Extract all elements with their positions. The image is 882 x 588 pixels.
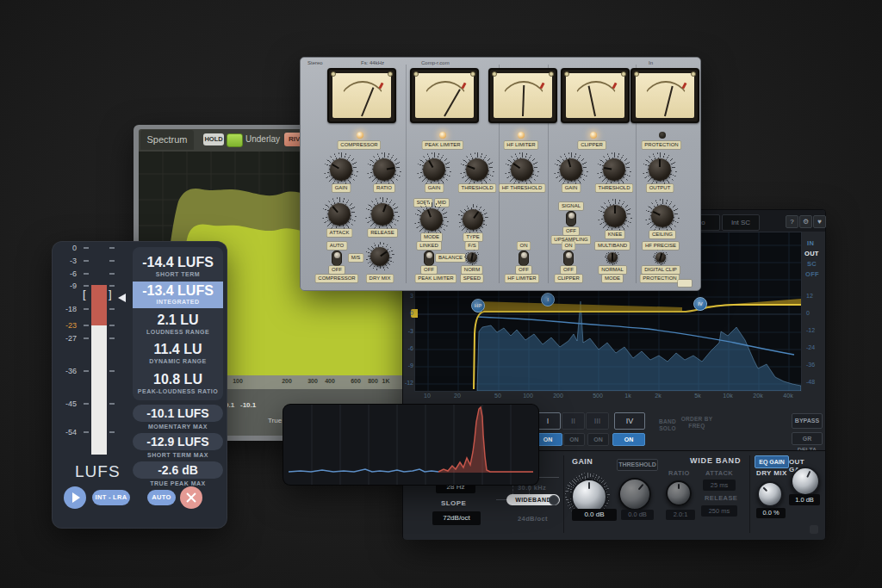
band-tab-4[interactable]: IV [614,412,645,430]
hf-limiter-switch[interactable] [519,251,529,266]
rack-header-item[interactable]: Stereo [307,60,323,65]
comp-release-knob[interactable] [365,197,400,232]
protection-knob[interactable] [653,250,668,265]
io-off[interactable]: OFF [805,270,819,278]
dry-mix-knob[interactable] [365,242,394,271]
db-tick-right: -12 [806,327,823,333]
auto-button[interactable]: AUTO [147,490,176,505]
hold-button[interactable]: HOLD [203,133,224,145]
scale-row: -27 [53,334,118,343]
threshold-value[interactable]: 0.0 dB [621,510,654,520]
eq-node-band4[interactable]: IV [693,297,707,311]
help-icon[interactable]: ? [786,215,798,228]
pl-mode-knob[interactable] [414,202,449,237]
upsampling-switch[interactable] [566,211,576,226]
io-out[interactable]: OUT [804,250,819,257]
tab-int-sc[interactable]: Int SC [722,214,760,231]
band3-on-button[interactable]: ON [587,433,609,446]
band4-on-button[interactable]: ON [612,433,645,446]
play-button[interactable] [64,486,86,509]
knob-label: RATIO [374,184,394,192]
threshold-button[interactable]: THRESHOLD [617,459,658,471]
module-footer: DRY MIX [367,275,394,282]
band2-on-button[interactable]: ON [563,433,585,446]
rack-header-item[interactable]: In [649,60,653,65]
io-in[interactable]: IN [807,239,814,247]
freq-tick: 500 [593,393,603,399]
gain-value[interactable]: 0.0 dB [572,509,617,521]
dry-mix-value[interactable]: 0.0 % [756,508,786,518]
threshold-knob[interactable] [618,478,651,511]
clip-threshold-knob[interactable] [597,152,631,187]
prot-output-knob[interactable] [643,152,677,187]
comp-gain-knob[interactable] [324,152,358,187]
momentary-max-label: MOMENTARY MAX [133,424,223,430]
comp-ratio-knob[interactable] [367,152,401,187]
module-title: COMPRESSOR [338,141,380,149]
clipper-switch[interactable] [563,251,574,266]
vu-meter-compressor [327,68,396,123]
lp-slope-value[interactable]: 24dB/oct [518,515,548,523]
pl-type-knob[interactable] [457,204,488,235]
ratio-value[interactable]: 2.0:1 [666,510,695,520]
ratio-knob[interactable] [666,480,692,506]
freq-tick: 1k [624,393,630,399]
hp-slope-label: SLOPE [441,499,466,507]
short-term-max-value: -12.9 LUFS [133,433,223,450]
bypass-button[interactable]: BYPASS [792,413,823,429]
order-by-freq-button[interactable]: ORDER BY FREQ [679,416,715,430]
integrated-marker-icon[interactable] [118,294,126,302]
knob-label: THRESHOLD [595,184,632,192]
out-gain-value[interactable]: 1.0 dB [789,494,820,505]
release-value[interactable]: 250 ms [701,505,737,517]
compressor-switch[interactable] [332,251,342,266]
crossover-add-button[interactable] [549,495,559,505]
speed-knob[interactable] [464,250,480,265]
attack-value[interactable]: 25 ms [703,480,736,491]
knob-label: TYPE [463,233,482,241]
comp-attack-knob[interactable] [322,197,357,232]
band-tab-3[interactable]: III [586,412,609,430]
short-term-label: SHORT TERM [133,271,223,277]
rack-header-item: Comp-r.com [421,60,450,65]
clipper-mode-knob[interactable] [605,250,620,265]
vu-meter-peak-limiter [410,68,479,123]
corner-badge[interactable] [678,280,692,287]
switch-label: ON [562,242,575,250]
heart-icon[interactable]: ♥ [813,215,826,228]
db-tick-right: -36 [806,362,823,368]
gr-delta-button[interactable]: GR DELTA [792,432,823,445]
gear-icon[interactable]: ⚙ [799,215,812,228]
out-gain-knob[interactable] [791,467,820,496]
eq-node-hp[interactable]: HP [471,299,485,313]
peak-limiter-lamp [439,132,446,139]
band-tab-2[interactable]: II [562,412,585,430]
hf-threshold-knob[interactable] [505,152,539,187]
peak-limiter-switch[interactable] [424,251,434,266]
integrated-highlight[interactable]: -13.4 LUFS INTEGRATED [133,282,223,308]
compressor-lamp [357,132,363,139]
tdr-logo [810,525,818,534]
prot-ceiling-knob[interactable] [645,199,680,233]
hold-led-toggle[interactable] [227,133,243,147]
divider [749,455,750,533]
clip-gain-knob[interactable] [554,152,588,187]
tab-spectrum[interactable]: Spectrum [140,130,194,150]
int-lra-button[interactable]: INT - LRA [92,490,130,505]
readout-box: -14.4 LUFS SHORT TERM -13.4 LUFS INTEGRA… [133,247,223,400]
switch-label: F/S [465,242,478,250]
switch-label: OFF [561,266,576,274]
short-term-value: -14.4 LUFS [133,255,223,270]
hp-slope-value[interactable]: 72dB/oct [432,511,481,525]
eq-node-band1[interactable]: I [541,293,555,306]
close-button[interactable] [180,486,202,509]
eq-gain-button[interactable]: EQ GAIN [755,455,789,468]
clip-knee-knob[interactable] [598,199,632,233]
pl-threshold-knob[interactable] [460,152,494,187]
db-tick-right: -48 [806,379,823,385]
switch-label: LINKED [417,242,441,250]
dry-mix-knob[interactable] [757,481,783,507]
pl-gain-knob[interactable] [417,152,451,187]
module-title: PROTECTION [642,141,680,149]
io-sc[interactable]: SC [807,260,817,268]
